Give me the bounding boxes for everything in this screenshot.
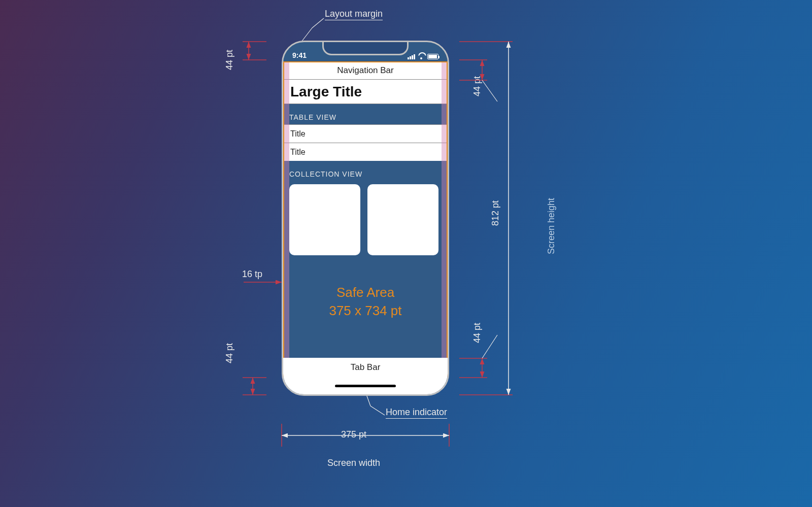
layout-margin-label: Layout margin (325, 9, 383, 19)
collection-card[interactable] (289, 184, 360, 255)
wifi-icon (418, 54, 425, 59)
screen-width-value: 375 pt (341, 429, 366, 440)
table-row-title: Title (290, 148, 306, 157)
screen-width-label: Screen width (327, 458, 380, 468)
phone-notch (322, 41, 409, 55)
large-title: Large Title (283, 80, 448, 104)
battery-icon (427, 54, 438, 59)
table-view-label: TABLE VIEW (289, 113, 442, 121)
status-height-label-left: 44 pt (224, 50, 235, 70)
collection-view-label: COLLECTION VIEW (289, 170, 442, 178)
navigation-bar: Navigation Bar (283, 61, 448, 80)
svg-line-22 (312, 18, 324, 28)
screen-height-label: Screen height (546, 198, 557, 254)
safe-area-label: Safe Area 375 x 734 pt (283, 283, 448, 320)
table-row[interactable]: Title (283, 124, 448, 143)
nav-height-label-right: 44 pt (472, 76, 483, 96)
tab-bar-title: Tab Bar (351, 362, 381, 373)
home-indicator-text: Home indicator (386, 407, 447, 419)
cellular-icon (408, 54, 415, 59)
status-icons (408, 54, 438, 59)
home-indicator-area (283, 377, 448, 394)
safe-area-size: 375 x 734 pt (283, 301, 448, 320)
table-row-title: Title (290, 129, 306, 139)
navigation-bar-title: Navigation Bar (337, 65, 394, 76)
tab-height-label-right: 44 pt (472, 323, 483, 343)
layout-margin-left (283, 61, 289, 377)
table-row[interactable]: Title (283, 143, 448, 161)
large-title-text: Large Title (290, 84, 362, 100)
tab-height-label-left: 44 pt (224, 343, 235, 363)
phone-frame: 9:41 Navigation Bar Large Title TABLE VI… (282, 41, 449, 396)
home-indicator[interactable] (335, 385, 396, 387)
status-time: 9:41 (292, 51, 307, 59)
layout-margin-text: Layout margin (325, 9, 383, 20)
home-indicator-label: Home indicator (386, 407, 447, 418)
svg-line-15 (482, 335, 497, 358)
side-margin-label: 16 tp (242, 269, 262, 280)
collection-card[interactable] (367, 184, 438, 255)
collection-view (283, 181, 448, 255)
svg-line-6 (482, 80, 497, 102)
svg-line-24 (370, 406, 385, 415)
screen-height-value: 812 pt (490, 200, 501, 226)
layout-margin-right (442, 61, 448, 377)
safe-area-title: Safe Area (283, 283, 448, 301)
tab-bar: Tab Bar (283, 358, 448, 377)
